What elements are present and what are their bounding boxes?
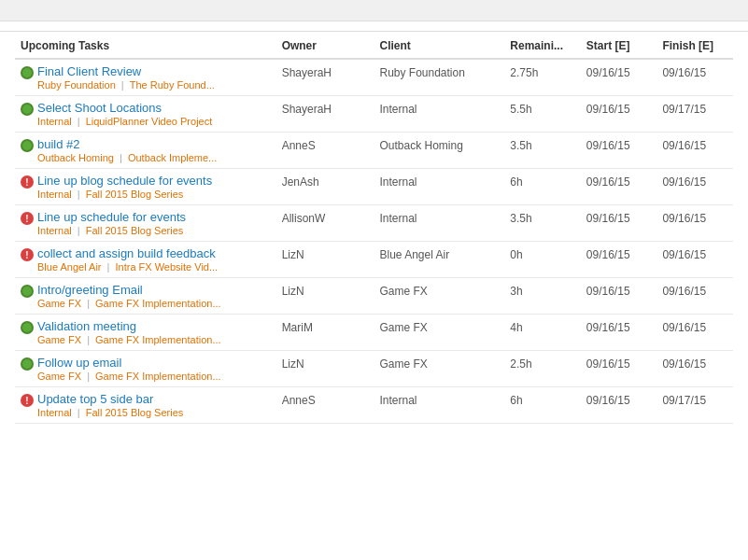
status-green-icon [21,103,34,116]
start-cell: 09/16/15 [581,387,657,424]
finish-cell: 09/16/15 [656,242,733,278]
task-name-link[interactable]: Intro/greeting Email [37,283,271,297]
table-row: !Line up blog schedule for eventsInterna… [15,169,733,205]
start-cell: 09/16/15 [581,133,657,169]
table-header-row: Upcoming Tasks Owner Client Remaini... S… [15,32,733,59]
client-cell: Game FX [374,315,504,351]
client-cell: Outback Homing [374,133,504,169]
status-green-icon [21,357,34,371]
status-green-icon [21,66,34,79]
col-header-remaining: Remaini... [504,32,581,59]
start-cell: 09/16/15 [581,59,657,96]
remaining-cell: 2.5h [504,351,581,387]
remaining-cell: 3.5h [504,205,581,242]
status-green-icon [21,139,34,152]
task-sub-info: Blue Angel Air | Intra FX Website Vid... [37,261,271,273]
table-row: Validation meetingGame FX | Game FX Impl… [15,315,733,351]
task-name-link[interactable]: Line up schedule for events [37,210,271,224]
owner-cell: AnneS [276,387,374,424]
remaining-cell: 6h [504,387,581,424]
client-cell: Internal [374,169,504,205]
remaining-cell: 5.5h [504,96,581,133]
owner-cell: AllisonW [276,205,374,242]
col-header-client: Client [374,32,504,59]
finish-cell: 09/16/15 [656,315,733,351]
start-cell: 09/16/15 [581,278,657,315]
col-header-finish: Finish [E] [656,32,733,59]
task-sub-info: Game FX | Game FX Implementation... [37,371,271,382]
owner-cell: LizN [276,242,374,278]
remaining-cell: 3.5h [504,133,581,169]
finish-cell: 09/16/15 [656,169,733,205]
task-sub-info: Ruby Foundation | The Ruby Found... [37,79,271,91]
client-cell: Internal [374,96,504,133]
task-name-link[interactable]: Final Client Review [37,64,271,78]
status-red-icon: ! [21,212,34,225]
task-sub-info: Internal | LiquidPlanner Video Project [37,116,271,127]
start-cell: 09/16/15 [581,315,657,351]
remaining-cell: 6h [504,169,581,205]
task-name-link[interactable]: collect and assign build feedback [37,246,271,260]
owner-cell: MariM [276,315,374,351]
table-row: !collect and assign build feedbackBlue A… [15,242,733,278]
task-name-link[interactable]: Select Shoot Locations [37,101,271,115]
remaining-cell: 2.75h [504,59,581,96]
task-sub-info: Game FX | Game FX Implementation... [37,298,271,309]
col-header-task: Upcoming Tasks [15,32,276,59]
tasks-table: Upcoming Tasks Owner Client Remaini... S… [15,32,733,424]
tasks-table-container: Upcoming Tasks Owner Client Remaini... S… [0,32,748,424]
finish-cell: 09/16/15 [656,205,733,242]
finish-cell: 09/16/15 [656,351,733,387]
task-name-link[interactable]: Update top 5 side bar [37,392,271,406]
col-header-owner: Owner [276,32,374,59]
finish-cell: 09/16/15 [656,59,733,96]
task-sub-info: Outback Homing | Outback Impleme... [37,152,271,163]
owner-cell: ShayeraH [276,59,374,96]
client-cell: Game FX [374,351,504,387]
remaining-cell: 0h [504,242,581,278]
task-name-link[interactable]: Line up blog schedule for events [37,174,271,188]
remaining-cell: 3h [504,278,581,315]
owner-cell: AnneS [276,133,374,169]
finish-cell: 09/16/15 [656,133,733,169]
owner-cell: JenAsh [276,169,374,205]
finish-cell: 09/17/15 [656,387,733,424]
status-green-icon [21,321,34,334]
status-green-icon [21,285,34,298]
task-sub-info: Internal | Fall 2015 Blog Series [37,407,271,418]
start-cell: 09/16/15 [581,242,657,278]
table-row: !Line up schedule for eventsInternal | F… [15,205,733,242]
task-name-link[interactable]: Validation meeting [37,319,271,333]
table-row: Final Client ReviewRuby Foundation | The… [15,59,733,96]
table-row: Select Shoot LocationsInternal | LiquidP… [15,96,733,133]
col-header-start: Start [E] [581,32,657,59]
status-red-icon: ! [21,394,34,407]
remaining-cell: 4h [504,315,581,351]
table-row: Intro/greeting EmailGame FX | Game FX Im… [15,278,733,315]
owner-cell: LizN [276,351,374,387]
task-sub-info: Internal | Fall 2015 Blog Series [37,225,271,236]
task-sub-info: Game FX | Game FX Implementation... [37,334,271,345]
client-cell: Game FX [374,278,504,315]
client-cell: Internal [374,205,504,242]
status-red-icon: ! [21,175,34,189]
start-cell: 09/16/15 [581,351,657,387]
start-cell: 09/16/15 [581,96,657,133]
start-cell: 09/16/15 [581,169,657,205]
status-red-icon: ! [21,248,34,261]
task-name-link[interactable]: Follow up email [37,356,271,370]
client-cell: Internal [374,387,504,424]
client-cell: Ruby Foundation [374,59,504,96]
owner-cell: LizN [276,278,374,315]
task-sub-info: Internal | Fall 2015 Blog Series [37,189,271,200]
task-name-link[interactable]: build #2 [37,137,271,151]
start-cell: 09/16/15 [581,205,657,242]
owner-cell: ShayeraH [276,96,374,133]
table-row: !Update top 5 side barInternal | Fall 20… [15,387,733,424]
finish-cell: 09/16/15 [656,278,733,315]
page-header [0,0,748,32]
finish-cell: 09/17/15 [656,96,733,133]
table-row: Follow up emailGame FX | Game FX Impleme… [15,351,733,387]
table-row: build #2Outback Homing | Outback Impleme… [15,133,733,169]
client-cell: Blue Angel Air [374,242,504,278]
